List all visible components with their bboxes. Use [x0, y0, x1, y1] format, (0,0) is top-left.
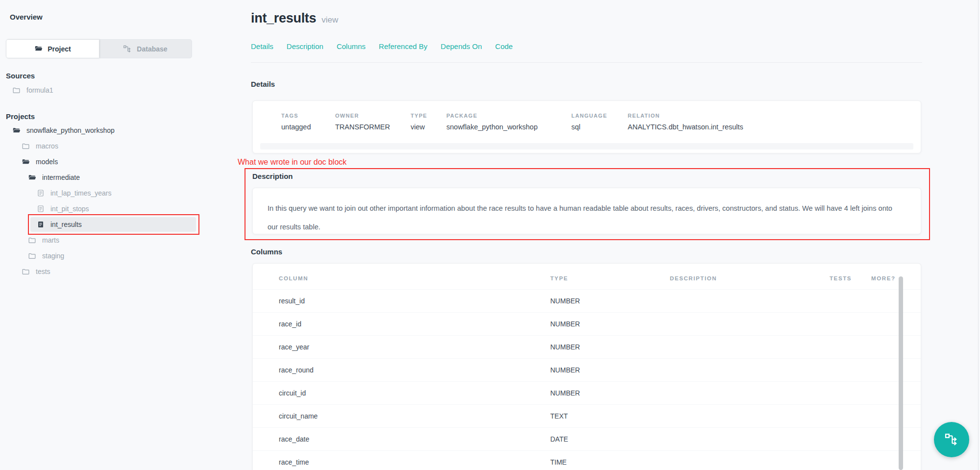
column-header-tests: TESTS: [830, 275, 852, 281]
tree-item-label: int_lap_times_years: [50, 189, 112, 197]
field-value: TRANSFORMER: [335, 123, 390, 131]
column-type: NUMBER: [550, 343, 580, 351]
folder-icon: [28, 252, 36, 260]
columns-scrollbar[interactable]: [899, 276, 903, 470]
detail-field-tags: TAGSuntagged: [281, 113, 311, 131]
field-label: OWNER: [335, 113, 390, 119]
column-row-circuit-name[interactable]: circuit_nameTEXT: [253, 404, 921, 427]
field-label: RELATION: [628, 113, 743, 119]
column-type: TEXT: [550, 412, 568, 420]
tab-code[interactable]: Code: [495, 42, 513, 50]
field-value: ANALYTICS.dbt_hwatson.int_results: [628, 123, 743, 131]
details-card: TAGSuntaggedOWNERTRANSFORMERTYPEviewPACK…: [252, 100, 921, 153]
columns-table-body: result_idNUMBERrace_idNUMBERrace_yearNUM…: [253, 289, 921, 470]
column-row-circuit-id[interactable]: circuit_idNUMBER: [253, 381, 921, 404]
tree-item-int-results[interactable]: int_results: [0, 217, 216, 232]
lineage-icon: [944, 432, 959, 447]
column-name: race_round: [279, 366, 314, 374]
column-header-type: TYPE: [550, 275, 568, 281]
tree-item-label: marts: [42, 236, 59, 244]
column-header-column: COLUMN: [279, 275, 308, 281]
column-row-race-round[interactable]: race_roundNUMBER: [253, 358, 921, 381]
column-type: TIME: [550, 458, 566, 466]
folder-icon: [22, 142, 30, 150]
tree-item-label: formula1: [26, 86, 53, 94]
tree-item-label: macros: [36, 142, 58, 150]
detail-field-package: PACKAGEsnowflake_python_workshop: [446, 113, 538, 131]
description-heading: Description: [252, 172, 293, 180]
column-name: circuit_name: [279, 412, 318, 420]
column-name: race_date: [279, 435, 309, 443]
column-row-race-id[interactable]: race_idNUMBER: [253, 312, 921, 335]
tree-item-label: models: [36, 158, 58, 166]
field-value: view: [411, 123, 427, 131]
tree-item-label: tests: [36, 268, 50, 275]
field-value: snowflake_python_workshop: [446, 123, 538, 131]
columns-heading: Columns: [251, 247, 282, 256]
tab-referenced-by[interactable]: Referenced By: [379, 42, 427, 50]
model-nav-tabs: DetailsDescriptionColumnsReferenced ByDe…: [251, 42, 513, 50]
column-name: circuit_id: [279, 389, 306, 397]
column-type: DATE: [550, 435, 568, 443]
nav-divider: [251, 62, 922, 63]
columns-table-header: COLUMNTYPEDESCRIPTIONTESTSMORE?: [253, 264, 921, 289]
tree-item-label: staging: [42, 252, 64, 260]
lineage-graph-button[interactable]: [934, 422, 969, 457]
column-name: race_year: [279, 343, 309, 351]
details-collapsed-strip: [260, 143, 913, 149]
file-icon: [37, 205, 45, 213]
columns-card: COLUMNTYPEDESCRIPTIONTESTSMORE? result_i…: [252, 263, 921, 470]
file-icon: [37, 189, 45, 197]
detail-field-relation: RELATIONANALYTICS.dbt_hwatson.int_result…: [628, 113, 743, 131]
folder-icon: [22, 268, 30, 276]
page-title: int_results view: [251, 11, 338, 26]
tab-depends-on[interactable]: Depends On: [441, 42, 482, 50]
tree-item-label: int_pit_stops: [50, 205, 89, 213]
model-type-badge: view: [321, 15, 338, 25]
field-value: sql: [571, 123, 607, 131]
column-header-description: DESCRIPTION: [670, 275, 717, 281]
folder-icon: [28, 236, 36, 245]
tab-columns[interactable]: Columns: [337, 42, 366, 50]
tab-description[interactable]: Description: [287, 42, 323, 50]
field-label: LANGUAGE: [571, 113, 607, 119]
model-name: int_results: [251, 11, 316, 26]
column-type: NUMBER: [550, 389, 580, 397]
doc-block-annotation: What we wrote in our doc block: [238, 158, 346, 167]
column-row-race-year[interactable]: race_yearNUMBER: [253, 335, 921, 358]
window-scrollbar-edge: [978, 0, 979, 470]
tree-item-label: int_results: [50, 221, 82, 228]
column-row-result-id[interactable]: result_idNUMBER: [253, 289, 921, 312]
column-name: result_id: [279, 297, 305, 305]
description-text: In this query we want to join out other …: [253, 188, 921, 236]
file-filled-icon: [37, 221, 45, 228]
description-card: In this query we want to join out other …: [252, 188, 921, 234]
details-heading: Details: [251, 80, 275, 88]
detail-field-owner: OWNERTRANSFORMER: [335, 113, 390, 131]
folder-icon: [12, 86, 21, 95]
column-name: race_id: [279, 320, 301, 328]
detail-field-language: LANGUAGEsql: [571, 113, 607, 131]
column-row-race-time[interactable]: race_timeTIME: [253, 450, 921, 470]
field-label: PACKAGE: [446, 113, 538, 119]
field-value: untagged: [281, 123, 311, 131]
tree-item-label: intermediate: [42, 173, 80, 181]
tab-details[interactable]: Details: [251, 42, 273, 50]
field-label: TYPE: [411, 113, 427, 119]
column-header-more: MORE?: [871, 275, 896, 281]
folder-open-icon: [28, 173, 36, 182]
detail-field-type: TYPEview: [411, 113, 427, 131]
main-content: int_results view DetailsDescriptionColum…: [0, 0, 980, 470]
column-type: NUMBER: [550, 320, 580, 328]
folder-open-icon: [22, 158, 30, 166]
column-row-race-date[interactable]: race_dateDATE: [253, 427, 921, 450]
column-type: NUMBER: [550, 297, 580, 305]
tree-item-label: snowflake_python_workshop: [26, 126, 115, 134]
column-type: NUMBER: [550, 366, 580, 374]
column-name: race_time: [279, 458, 309, 466]
folder-open-icon: [12, 126, 21, 135]
field-label: TAGS: [281, 113, 311, 119]
